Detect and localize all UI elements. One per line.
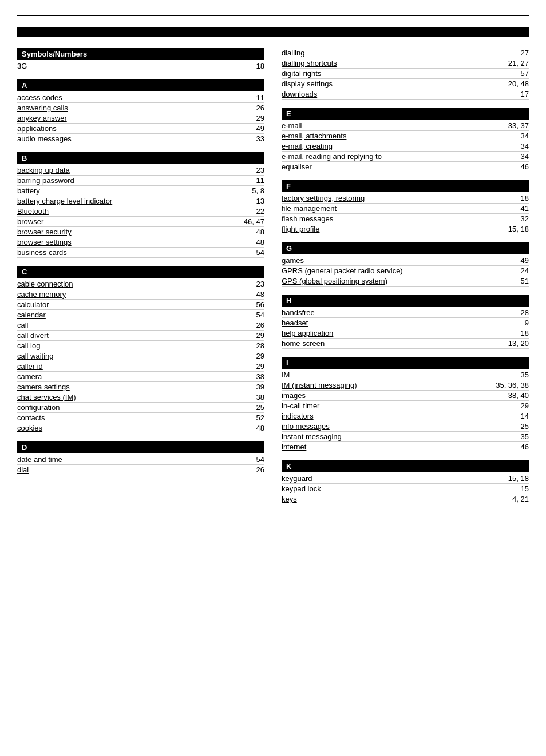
index-entry: dial26 <box>17 465 264 475</box>
index-section-F: Ffactory settings, restoring18file manag… <box>282 180 529 234</box>
entry-term: IM <box>282 371 516 379</box>
entry-page: 28 <box>256 341 264 350</box>
entry-term: browser <box>17 217 239 226</box>
section-header-K: K <box>282 460 529 472</box>
entry-term: e-mail, reading and replying to <box>282 152 516 161</box>
entry-term: configuration <box>17 403 252 412</box>
entry-page: 18 <box>256 62 264 70</box>
entry-page: 11 <box>256 176 264 185</box>
section-header-G: G <box>282 242 529 254</box>
index-entry: file management41 <box>282 204 529 214</box>
index-entry: keyguard15, 18 <box>282 474 529 484</box>
index-entry: e-mail, reading and replying to34 <box>282 152 529 162</box>
entry-term: internet <box>282 443 516 451</box>
index-entry: images38, 40 <box>282 391 529 401</box>
entry-page: 34 <box>521 142 529 150</box>
entry-page: 5, 8 <box>252 186 264 195</box>
index-entry: factory settings, restoring18 <box>282 193 529 204</box>
index-entry: GPS (global positioning system)51 <box>282 276 529 287</box>
section-header-A: A <box>17 79 264 91</box>
entry-page: 32 <box>521 214 529 223</box>
index-entry: indicators14 <box>282 411 529 421</box>
entry-page: 29 <box>256 114 264 122</box>
entry-page: 33, 37 <box>508 121 529 130</box>
index-entry: calculator56 <box>17 300 264 310</box>
section-header-B: B <box>17 152 264 164</box>
index-entry: call divert29 <box>17 331 264 341</box>
index-entry: camera38 <box>17 372 264 382</box>
entry-term: keypad lock <box>282 484 516 493</box>
entry-page: 15, 18 <box>508 474 529 483</box>
entry-page: 29 <box>256 331 264 340</box>
index-entry: business cards54 <box>17 248 264 258</box>
index-entry: keypad lock15 <box>282 484 529 494</box>
entry-page: 49 <box>256 124 264 133</box>
index-entry: audio messages33 <box>17 134 264 144</box>
index-entry: anykey answer29 <box>17 113 264 124</box>
right-column: dialling27dialling shortcuts21, 27digita… <box>282 48 529 512</box>
entry-term: date and time <box>17 455 252 464</box>
index-section-B: Bbacking up data23barring password11batt… <box>17 152 264 258</box>
entry-page: 17 <box>521 90 529 98</box>
entry-term: in-call timer <box>282 401 516 410</box>
index-entry: flight profile15, 18 <box>282 224 529 234</box>
entry-term: flash messages <box>282 214 516 223</box>
entry-page: 14 <box>521 412 529 420</box>
entry-term: e-mail, creating <box>282 142 516 150</box>
index-entry: browser settings48 <box>17 237 264 248</box>
index-entry: equaliser46 <box>282 162 529 172</box>
entry-term: indicators <box>282 412 516 420</box>
index-entry: call log28 <box>17 341 264 351</box>
index-section-C: Ccable connection23cache memory48calcula… <box>17 266 264 433</box>
page-header <box>17 11 529 16</box>
entry-term: cable connection <box>17 280 252 288</box>
entry-page: 48 <box>256 290 264 299</box>
entry-page: 15 <box>521 484 529 493</box>
entry-page: 25 <box>521 422 529 431</box>
entry-page: 34 <box>521 152 529 161</box>
entry-term: backing up data <box>17 166 252 174</box>
entry-term: Bluetooth <box>17 207 252 216</box>
entry-page: 15, 18 <box>508 225 529 233</box>
entry-term: dialling <box>282 49 516 57</box>
entry-term: keys <box>282 495 508 503</box>
index-entry: e-mail33, 37 <box>282 121 529 131</box>
entry-term: info messages <box>282 422 516 431</box>
entry-page: 29 <box>521 401 529 410</box>
index-section-A: Aaccess codes11answering calls26anykey a… <box>17 79 264 144</box>
entry-page: 11 <box>256 93 264 102</box>
index-entry: date and time54 <box>17 455 264 465</box>
entry-page: 22 <box>256 207 264 216</box>
entry-term: e-mail <box>282 121 504 130</box>
entry-term: dialling shortcuts <box>282 59 504 67</box>
entry-term: IM (instant messaging) <box>282 381 491 389</box>
entry-term: 3G <box>17 62 252 70</box>
index-entry: call waiting29 <box>17 351 264 361</box>
entry-page: 49 <box>521 256 529 265</box>
entry-page: 57 <box>521 69 529 78</box>
entry-page: 13, 20 <box>508 339 529 348</box>
entry-term: instant messaging <box>282 432 516 441</box>
entry-term: browser security <box>17 228 252 236</box>
entry-term: downloads <box>282 90 516 98</box>
index-entry: contacts52 <box>17 413 264 423</box>
entry-page: 29 <box>256 362 264 371</box>
index-entry: access codes11 <box>17 93 264 103</box>
index-entry: battery charge level indicator13 <box>17 196 264 206</box>
entry-page: 23 <box>256 166 264 174</box>
entry-term: call waiting <box>17 352 252 360</box>
index-entry: downloads17 <box>282 89 529 100</box>
entry-term: call log <box>17 341 252 350</box>
entry-term: cookies <box>17 424 252 432</box>
entry-term: factory settings, restoring <box>282 194 516 202</box>
entry-page: 20, 48 <box>508 79 529 88</box>
section-header-H: H <box>282 295 529 307</box>
entry-page: 28 <box>521 308 529 317</box>
index-entry: browser security48 <box>17 227 264 237</box>
section-header-C: C <box>17 266 264 278</box>
entry-term: applications <box>17 124 252 133</box>
entry-term: battery <box>17 186 247 195</box>
entry-page: 46 <box>521 162 529 171</box>
entry-page: 48 <box>256 424 264 432</box>
entry-term: headset <box>282 319 520 327</box>
